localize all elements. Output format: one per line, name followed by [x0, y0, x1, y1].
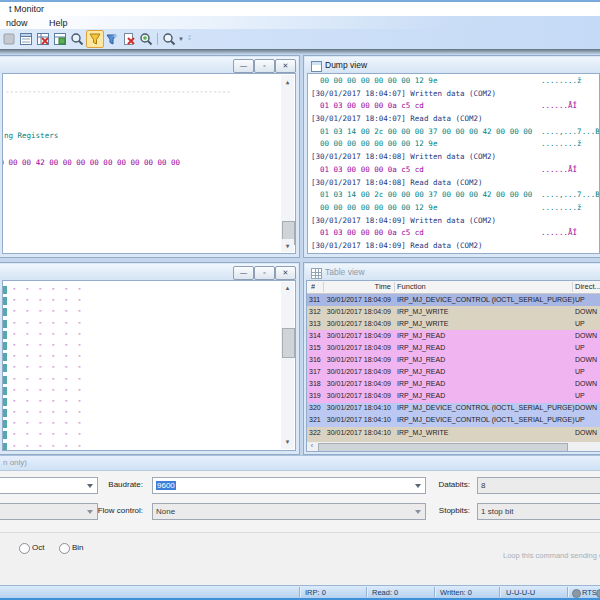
filter-setup-icon[interactable] — [104, 31, 120, 47]
menu-window[interactable]: ndow — [3, 17, 31, 29]
dump-data-line: 00 00 00 00 00 00 00 12 9e........ž — [308, 203, 599, 216]
scroll-down-icon[interactable]: ▼ — [281, 239, 294, 252]
dump-timestamp-line: [30/01/2017 18:04:08] Written data (COM2… — [308, 152, 599, 165]
line-view-icon[interactable] — [52, 31, 68, 47]
table-row[interactable]: 32030/01/2017 18:04:10IRP_MJ_DEVICE_CONT… — [307, 403, 600, 415]
cell-function: IRP_MJ_READ — [397, 356, 445, 363]
clear-icon[interactable] — [121, 31, 137, 47]
cell-direction: UP — [575, 320, 585, 327]
dump-ascii-text: ........ž — [541, 76, 582, 85]
stopbits-combobox[interactable]: 1 stop bit — [477, 503, 600, 520]
toolbar-separator — [157, 33, 158, 45]
statusbar-rts: RTS — [582, 588, 597, 597]
dump-view-window: Dump view 00 00 00 00 00 00 00 12 9e....… — [303, 55, 600, 258]
table-row[interactable]: 31830/01/2017 18:04:09IRP_MJ_READDOWN — [307, 379, 600, 391]
column-separator[interactable] — [394, 282, 395, 292]
line-view-scrollbar[interactable]: ▲ ▼ — [281, 282, 294, 449]
column-header-function[interactable]: Function — [397, 282, 426, 291]
maximize-icon[interactable]: ▫ — [254, 266, 275, 280]
flow-control-combobox[interactable]: None — [152, 503, 426, 520]
mdi-top-border — [0, 49, 600, 54]
radio-bin[interactable] — [59, 543, 70, 554]
zoom-menu-icon[interactable] — [161, 31, 177, 47]
statusbar-separator — [567, 587, 568, 597]
scroll-thumb[interactable] — [318, 443, 568, 452]
dump-ascii-text: ........ž — [541, 139, 582, 148]
line-view-row: - - - - - - — [3, 295, 281, 306]
toolbar-overflow-grip[interactable]: ⁞⁞ — [188, 34, 190, 41]
table-view-titlebar[interactable]: Table view — [305, 264, 600, 280]
baudrate-combobox[interactable]: 9600 — [152, 477, 426, 494]
radio-oct[interactable] — [19, 543, 30, 554]
cell-direction: UP — [575, 368, 585, 375]
dump-view-icon[interactable] — [18, 31, 34, 47]
maximize-icon[interactable]: ▫ — [254, 59, 275, 73]
databits-combobox[interactable]: 8 — [477, 477, 600, 494]
dump-ascii-text: ........ž — [541, 203, 582, 212]
dump-timestamp-line: [30/01/2017 18:04:07] Read data (COM2) — [308, 114, 599, 127]
cell-time: 30/01/2017 18:04:09 — [325, 356, 391, 363]
column-header-direction[interactable]: Direct... — [575, 282, 600, 291]
cell-time: 30/01/2017 18:04:09 — [325, 380, 391, 387]
scroll-down-icon[interactable]: ▼ — [281, 436, 294, 449]
cell-number: 312 — [309, 308, 321, 315]
column-separator[interactable] — [323, 282, 324, 292]
zoom-icon[interactable] — [138, 31, 154, 47]
table-row[interactable]: 31330/01/2017 18:04:09IRP_MJ_WRITEUP — [307, 318, 600, 330]
menu-help[interactable]: Help — [46, 17, 71, 29]
column-header-time[interactable]: Time — [325, 282, 391, 291]
dump-view-titlebar[interactable]: Dump view — [305, 57, 600, 73]
scroll-up-icon[interactable]: ▲ — [281, 75, 294, 88]
modbus-scrollbar[interactable]: ▲ ▼ — [281, 75, 294, 252]
line-dashes: - - - - - - — [12, 340, 84, 349]
search-icon[interactable] — [69, 31, 85, 47]
table-hscrollbar[interactable]: ‹ — [307, 442, 600, 451]
table-row[interactable]: 31730/01/2017 18:04:09IRP_MJ_READUP — [307, 367, 600, 379]
line-dashes: - - - - - - — [12, 351, 84, 360]
table-view-icon[interactable] — [35, 31, 51, 47]
cell-number: 317 — [309, 368, 321, 375]
dump-data-line: 01 03 14 00 2c 00 00 00 37 00 00 00 42 0… — [308, 190, 599, 203]
statusbar-separator — [434, 587, 435, 597]
table-row[interactable]: 31230/01/2017 18:04:09IRP_MJ_WRITEDOWN — [307, 306, 600, 318]
cell-function: IRP_MJ_READ — [397, 368, 445, 375]
line-dashes: - - - - - - — [12, 441, 84, 450]
minimize-icon[interactable]: — — [233, 59, 254, 73]
dump-data-line: 00 00 00 00 00 00 00 12 9e........ž — [308, 76, 599, 89]
line-glyph — [2, 308, 7, 316]
scroll-up-icon[interactable]: ▲ — [281, 282, 294, 295]
table-row[interactable]: 32230/01/2017 18:04:10IRP_MJ_WRITEDOWN — [307, 427, 600, 439]
close-icon[interactable]: ✕ — [275, 59, 296, 73]
table-row[interactable]: 31430/01/2017 18:04:09IRP_MJ_READDOWN — [307, 330, 600, 342]
table-row[interactable]: 31630/01/2017 18:04:09IRP_MJ_READDOWN — [307, 354, 600, 366]
statusbar: IRP: 0 Read: 0 Written: 0 U-U-U-U RTS — [0, 585, 600, 599]
scroll-left-icon[interactable]: ‹ — [307, 442, 317, 451]
table-row[interactable]: 31130/01/2017 18:04:09IRP_MJ_DEVICE_CONT… — [307, 294, 600, 306]
cts-led-icon — [596, 589, 600, 598]
line-glyph — [2, 398, 7, 406]
close-icon[interactable]: ✕ — [275, 266, 296, 280]
column-separator[interactable] — [572, 282, 573, 292]
dump-hex-bytes: 00 00 00 00 00 00 00 12 9e — [320, 76, 437, 85]
cell-number: 321 — [309, 416, 321, 423]
modbus-view-window: — ▫ ✕ ----------------------------------… — [0, 55, 300, 258]
dump-ascii-text: ......ÅÍ — [541, 228, 577, 237]
cell-time: 30/01/2017 18:04:09 — [325, 320, 391, 327]
scroll-thumb[interactable] — [282, 328, 295, 358]
line-glyph — [2, 320, 7, 328]
cell-time: 30/01/2017 18:04:09 — [325, 344, 391, 351]
zoom-menu-caret-icon[interactable]: ▼ — [178, 36, 184, 42]
table-row[interactable]: 31530/01/2017 18:04:09IRP_MJ_READUP — [307, 342, 600, 354]
cell-direction: UP — [575, 416, 585, 423]
table-row[interactable]: 32130/01/2017 18:04:10IRP_MJ_DEVICE_CONT… — [307, 415, 600, 427]
line-dashes: - - - - - - — [12, 362, 84, 371]
column-header-number[interactable]: # — [311, 282, 315, 291]
line-view-row: - - - - - - — [3, 284, 281, 295]
stop-icon[interactable] — [1, 31, 17, 47]
minimize-icon[interactable]: — — [233, 266, 254, 280]
modbus-view-titlebar[interactable]: — ▫ ✕ — [0, 57, 298, 73]
line-view-titlebar[interactable]: — ▫ ✕ — [0, 264, 298, 280]
filter-icon[interactable] — [86, 30, 104, 48]
table-row[interactable]: 31930/01/2017 18:04:09IRP_MJ_READUP — [307, 391, 600, 403]
cell-direction: DOWN — [575, 380, 597, 387]
